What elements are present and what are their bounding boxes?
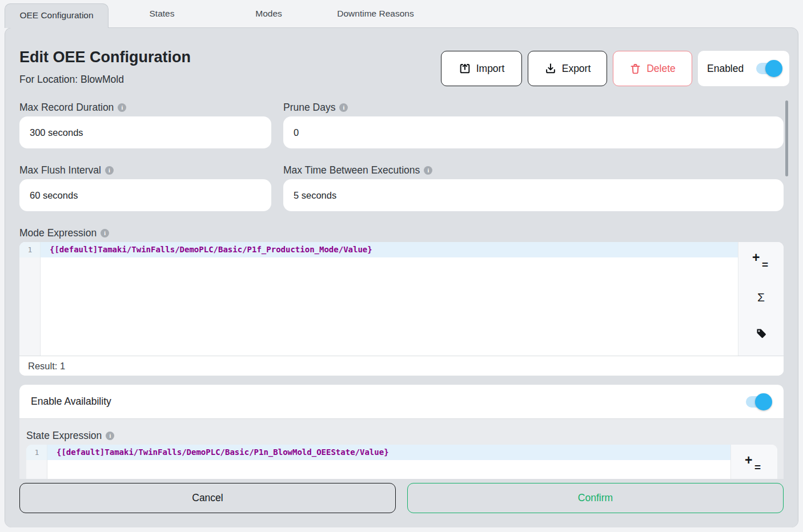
max-record-duration-label: Max Record Duration i xyxy=(19,102,126,114)
tab-downtime-reasons[interactable]: Downtime Reasons xyxy=(322,0,429,27)
info-icon[interactable]: i xyxy=(105,166,114,175)
state-expression-code[interactable]: {[default]Tamaki/TwinFalls/DemoPLC/Basic… xyxy=(57,445,389,460)
editor-toolbar: + = xyxy=(730,445,777,479)
functions-button[interactable]: Σ xyxy=(738,289,784,309)
import-label: Import xyxy=(476,63,505,75)
max-time-between-executions-label: Max Time Between Executions i xyxy=(283,164,432,176)
operators-button[interactable]: + = xyxy=(738,252,784,273)
line-number-gutter xyxy=(19,242,41,356)
export-label: Export xyxy=(562,63,591,75)
tab-label: OEE Configuration xyxy=(19,10,93,20)
state-expression-label: State Expression i xyxy=(26,430,114,442)
dialog-footer: Cancel Confirm xyxy=(5,479,798,527)
sigma-icon: Σ xyxy=(757,291,765,304)
import-icon xyxy=(459,62,471,75)
enable-availability-toggle[interactable] xyxy=(746,396,771,408)
state-expression-editor[interactable]: 1 {[default]Tamaki/TwinFalls/DemoPLC/Bas… xyxy=(26,445,777,479)
export-button[interactable]: Export xyxy=(528,51,607,86)
info-icon[interactable]: i xyxy=(118,103,126,112)
mode-expression-card: 1 {[default]Tamaki/TwinFalls/DemoPLC/Bas… xyxy=(19,242,784,376)
tab-label: States xyxy=(150,9,175,18)
info-icon[interactable]: i xyxy=(106,432,114,440)
export-icon xyxy=(544,62,557,75)
tab-label: Modes xyxy=(255,9,282,18)
oee-configuration-page: OEE Configuration States Modes Downtime … xyxy=(0,0,803,532)
delete-button[interactable]: Delete xyxy=(613,51,692,86)
equals-icon: = xyxy=(754,462,761,473)
tab-modes[interactable]: Modes xyxy=(215,0,322,27)
tag-icon xyxy=(756,328,767,339)
cancel-button[interactable]: Cancel xyxy=(19,483,396,513)
page-title: Edit OEE Configuration xyxy=(19,49,191,66)
mode-expression-label: Mode Expression i xyxy=(19,227,109,239)
import-button[interactable]: Import xyxy=(441,51,522,86)
enabled-card: Enabled xyxy=(698,51,789,86)
editor-toolbar: + = Σ xyxy=(738,242,784,356)
enabled-label: Enabled xyxy=(707,63,749,75)
delete-label: Delete xyxy=(647,63,676,75)
line-number: 1 xyxy=(19,242,41,257)
enabled-toggle[interactable] xyxy=(756,63,781,74)
info-icon[interactable]: i xyxy=(339,103,348,112)
tab-states[interactable]: States xyxy=(109,0,215,27)
info-icon[interactable]: i xyxy=(424,166,432,175)
prune-days-label: Prune Days i xyxy=(283,102,348,114)
location-subtitle: For Location: BlowMold xyxy=(19,74,124,86)
mode-expression-editor[interactable]: 1 {[default]Tamaki/TwinFalls/DemoPLC/Bas… xyxy=(19,242,784,356)
max-time-between-executions-input[interactable]: 5 seconds xyxy=(283,179,784,211)
max-flush-interval-label: Max Flush Interval i xyxy=(19,164,114,176)
availability-section: Enable Availability State Expression i 1… xyxy=(19,385,784,479)
expression-result: Result: 1 xyxy=(19,356,784,376)
info-icon[interactable]: i xyxy=(101,229,109,237)
tags-button[interactable] xyxy=(738,323,784,344)
equals-icon: = xyxy=(762,259,768,271)
max-flush-interval-input[interactable]: 60 seconds xyxy=(19,179,271,211)
operators-button[interactable]: + = xyxy=(731,455,777,475)
tab-label: Downtime Reasons xyxy=(337,9,413,18)
max-record-duration-input[interactable]: 300 seconds xyxy=(19,116,271,148)
tab-oee-configuration[interactable]: OEE Configuration xyxy=(5,3,109,28)
prune-days-input[interactable]: 0 xyxy=(283,116,784,148)
config-panel: Edit OEE Configuration For Location: Blo… xyxy=(5,27,798,527)
plus-icon: + xyxy=(752,251,760,264)
mode-expression-code[interactable]: {[default]Tamaki/TwinFalls/DemoPLC/Basic… xyxy=(50,242,372,257)
confirm-button[interactable]: Confirm xyxy=(407,483,784,513)
plus-icon: + xyxy=(745,454,752,466)
trash-icon xyxy=(629,63,641,75)
enable-availability-row: Enable Availability xyxy=(19,385,784,419)
state-expression-card: 1 {[default]Tamaki/TwinFalls/DemoPLC/Bas… xyxy=(26,445,777,479)
toggle-knob xyxy=(755,393,772,410)
vertical-scrollbar-thumb[interactable] xyxy=(785,100,788,176)
toggle-knob xyxy=(765,60,782,77)
enable-availability-label: Enable Availability xyxy=(31,396,746,408)
line-number: 1 xyxy=(26,445,47,460)
